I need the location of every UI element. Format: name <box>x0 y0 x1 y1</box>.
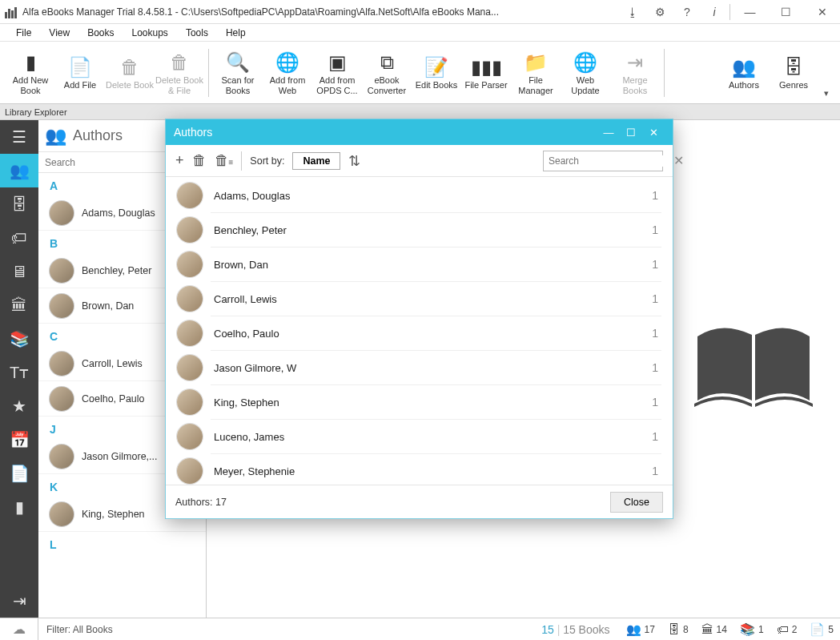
menubar: File View Books Lookups Tools Help <box>0 24 840 42</box>
scan-for-books-button[interactable]: 🔍Scan for Books <box>214 45 262 101</box>
file-manager-button[interactable]: 📁File Manager <box>512 45 560 101</box>
rail-publishers-icon[interactable]: 🏛 <box>0 288 38 322</box>
author-name: Luceno, James <box>214 431 652 443</box>
add-new-book-button[interactable]: ▮Add New Book <box>6 45 54 101</box>
dialog-maximize-button[interactable]: ☐ <box>620 127 642 139</box>
dialog-author-item[interactable]: Luceno, James1 <box>166 420 673 453</box>
globe-icon: 🌐 <box>573 51 597 74</box>
sort-direction-button[interactable]: ⇅ <box>348 152 360 170</box>
rail-book-icon[interactable]: ▮ <box>0 490 38 524</box>
dialog-author-item[interactable]: Meyer, Stephenie1 <box>166 454 673 485</box>
rail-favorites-icon[interactable]: ★ <box>0 389 38 423</box>
rail-exit-icon[interactable]: ⇥ <box>0 584 38 618</box>
rail-genres-icon[interactable]: 📚 <box>0 322 38 356</box>
dialog-close-footer-button[interactable]: Close <box>610 492 663 513</box>
stat-series[interactable]: 🗄8 <box>661 622 695 636</box>
dialog-author-item[interactable]: Benchley, Peter1 <box>166 213 673 247</box>
dialog-total-label: Authors: 17 <box>175 497 610 508</box>
add-file-button[interactable]: 📄Add File <box>56 45 104 101</box>
file-parser-button[interactable]: ▮▮▮File Parser <box>462 45 510 101</box>
menu-help[interactable]: Help <box>218 25 254 41</box>
avatar <box>177 183 203 208</box>
dialog-search-input[interactable] <box>549 155 669 167</box>
web-update-button[interactable]: 🌐Web Update <box>561 45 609 101</box>
avatar <box>177 458 203 484</box>
minimize-button[interactable]: — <box>732 0 768 24</box>
dialog-search: ✕ <box>543 151 663 171</box>
author-count: 1 <box>652 292 658 305</box>
dialog-author-item[interactable]: Jason Gilmore, W1 <box>166 351 673 384</box>
help-icon[interactable]: ? <box>673 0 701 24</box>
author-name: Benchley, Peter <box>214 224 652 236</box>
authors-icon: 👥 <box>45 126 66 147</box>
avatar <box>177 320 203 346</box>
dialog-add-button[interactable]: + <box>175 152 184 169</box>
genres-toolbar-button[interactable]: 🗄Genres <box>770 45 818 101</box>
avatar <box>50 352 74 376</box>
dialog-close-button[interactable]: ✕ <box>642 127 665 139</box>
menu-file[interactable]: File <box>8 25 39 41</box>
edit-icon: 📝 <box>424 56 448 78</box>
dialog-author-item[interactable]: Carroll, Lewis1 <box>166 282 673 316</box>
settings-icon[interactable]: ⚙ <box>646 0 673 24</box>
menu-books[interactable]: Books <box>79 25 122 41</box>
merge-books-button: ⇥Merge Books <box>611 45 659 101</box>
clear-search-icon[interactable]: ✕ <box>673 153 684 168</box>
dialog-delete-button[interactable]: 🗑 <box>192 152 207 169</box>
folder-search-icon: 🔍 <box>226 51 250 74</box>
ebook-converter-button[interactable]: ⧉eBook Converter <box>363 45 411 101</box>
author-count: 1 <box>652 361 658 374</box>
add-from-web-button[interactable]: 🌐Add from Web <box>263 45 311 101</box>
delete-book-button: 🗑Delete Book <box>106 45 154 101</box>
stat-genres[interactable]: 📚1 <box>733 622 770 637</box>
library-explorer-label: Library Explorer <box>0 107 72 117</box>
rail-series-icon[interactable]: 🗄 <box>0 187 38 221</box>
add-from-opds-button[interactable]: ▣Add from OPDS C... <box>313 45 361 101</box>
author-count: 1 <box>652 223 658 236</box>
author-name: Adams, Douglas <box>214 190 652 202</box>
stat-files[interactable]: 📄5 <box>803 622 840 637</box>
avatar <box>50 201 74 225</box>
avatar <box>50 259 74 283</box>
dialog-author-item[interactable]: Brown, Dan1 <box>166 248 673 281</box>
dialog-author-item[interactable]: Coelho, Paulo1 <box>166 316 673 350</box>
opds-icon: ▣ <box>328 51 347 74</box>
authors-toolbar-button[interactable]: 👥Authors <box>720 45 768 101</box>
filter-label[interactable]: Filter: All Books <box>38 624 121 635</box>
window-title: Alfa eBooks Manager Trial 8.4.58.1 - C:\… <box>22 6 619 18</box>
menu-view[interactable]: View <box>41 25 78 41</box>
rail-authors-icon[interactable]: 👥 <box>0 154 38 187</box>
author-count: 1 <box>652 189 658 202</box>
menu-lookups[interactable]: Lookups <box>124 25 176 41</box>
avatar <box>50 387 74 411</box>
avatar <box>50 502 74 526</box>
rail-text-size-icon[interactable]: Tᴛ <box>0 356 38 389</box>
toolbar-overflow[interactable]: ▾ <box>819 88 834 100</box>
dialog-delete-all-button[interactable]: 🗑≡ <box>215 152 234 169</box>
dialog-author-list[interactable]: Adams, Douglas1Benchley, Peter1Brown, Da… <box>166 177 673 485</box>
menu-tools[interactable]: Tools <box>178 25 216 41</box>
download-icon[interactable]: ⭳ <box>619 0 646 24</box>
edit-books-button[interactable]: 📝Edit Books <box>412 45 460 101</box>
rail-tags-icon[interactable]: 🏷 <box>0 221 38 255</box>
delete-book-file-button: 🗑Delete Book & File <box>155 45 203 101</box>
author-name: Jason Gilmore, W <box>214 362 652 374</box>
dialog-author-item[interactable]: Adams, Douglas1 <box>166 179 673 212</box>
stat-publishers[interactable]: 🏛14 <box>695 622 733 636</box>
rail-devices-icon[interactable]: 🖥 <box>0 255 38 288</box>
cloud-icon[interactable]: ☁ <box>0 618 38 640</box>
rail-menu-icon[interactable]: ☰ <box>0 120 38 154</box>
rail-file-icon[interactable]: 📄 <box>0 457 38 490</box>
dialog-minimize-button[interactable]: — <box>597 127 620 139</box>
app-icon <box>5 6 18 18</box>
dialog-titlebar[interactable]: Authors — ☐ ✕ <box>166 119 673 145</box>
rail-calendar-icon[interactable]: 📅 <box>0 423 38 457</box>
sort-by-label: Sort by: <box>250 155 284 167</box>
stat-authors[interactable]: 👥17 <box>620 622 661 637</box>
stat-tags[interactable]: 🏷2 <box>770 622 804 636</box>
info-icon[interactable]: i <box>701 0 728 24</box>
dialog-author-item[interactable]: King, Stephen1 <box>166 385 673 419</box>
close-window-button[interactable]: ✕ <box>804 0 840 24</box>
sort-by-value[interactable]: Name <box>292 152 340 170</box>
maximize-button[interactable]: ☐ <box>768 0 804 24</box>
